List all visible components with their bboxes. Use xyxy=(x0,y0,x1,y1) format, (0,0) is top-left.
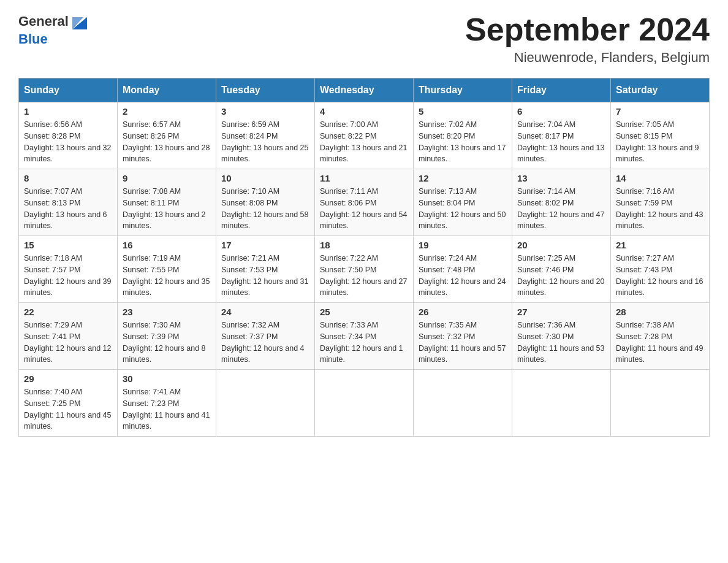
week-row-4: 22 Sunrise: 7:29 AM Sunset: 7:41 PM Dayl… xyxy=(19,303,710,370)
day-number: 4 xyxy=(320,106,408,117)
page-header: General Blue September 2024 Nieuwenrode,… xyxy=(18,12,710,66)
day-number: 19 xyxy=(419,240,507,250)
day-info: Sunrise: 7:24 AM Sunset: 7:48 PM Dayligh… xyxy=(419,253,507,299)
day-info: Sunrise: 7:40 AM Sunset: 7:25 PM Dayligh… xyxy=(24,386,112,432)
day-cell-13: 13 Sunrise: 7:14 AM Sunset: 8:02 PM Dayl… xyxy=(512,169,611,236)
day-number: 23 xyxy=(123,307,211,317)
day-info: Sunrise: 7:02 AM Sunset: 8:20 PM Dayligh… xyxy=(419,119,507,165)
day-number: 12 xyxy=(419,173,507,183)
day-info: Sunrise: 7:36 AM Sunset: 7:30 PM Dayligh… xyxy=(517,320,605,366)
empty-cell xyxy=(512,370,611,437)
day-info: Sunrise: 7:14 AM Sunset: 8:02 PM Dayligh… xyxy=(517,186,605,232)
weekday-header-sunday: Sunday xyxy=(19,79,118,102)
calendar-table: SundayMondayTuesdayWednesdayThursdayFrid… xyxy=(18,78,710,437)
day-number: 25 xyxy=(320,307,408,317)
day-number: 9 xyxy=(123,173,211,183)
logo-blue-text: Blue xyxy=(18,31,48,47)
day-number: 5 xyxy=(419,106,507,117)
day-info: Sunrise: 7:21 AM Sunset: 7:53 PM Dayligh… xyxy=(221,253,309,299)
day-info: Sunrise: 7:32 AM Sunset: 7:37 PM Dayligh… xyxy=(221,320,309,366)
day-cell-11: 11 Sunrise: 7:11 AM Sunset: 8:06 PM Dayl… xyxy=(315,169,414,236)
day-cell-29: 29 Sunrise: 7:40 AM Sunset: 7:25 PM Dayl… xyxy=(19,370,118,437)
day-number: 18 xyxy=(320,240,408,250)
day-cell-14: 14 Sunrise: 7:16 AM Sunset: 7:59 PM Dayl… xyxy=(611,169,710,236)
day-info: Sunrise: 7:25 AM Sunset: 7:46 PM Dayligh… xyxy=(517,253,605,299)
day-number: 11 xyxy=(320,173,408,183)
day-info: Sunrise: 7:19 AM Sunset: 7:55 PM Dayligh… xyxy=(123,253,211,299)
day-info: Sunrise: 7:18 AM Sunset: 7:57 PM Dayligh… xyxy=(24,253,112,299)
weekday-header-row: SundayMondayTuesdayWednesdayThursdayFrid… xyxy=(19,79,710,102)
weekday-header-monday: Monday xyxy=(118,79,216,102)
day-number: 14 xyxy=(616,173,704,183)
day-number: 15 xyxy=(24,240,112,250)
day-info: Sunrise: 7:35 AM Sunset: 7:32 PM Dayligh… xyxy=(419,320,507,366)
day-number: 7 xyxy=(616,106,704,117)
logo-text: General Blue xyxy=(18,12,89,47)
day-cell-18: 18 Sunrise: 7:22 AM Sunset: 7:50 PM Dayl… xyxy=(315,236,414,303)
day-cell-9: 9 Sunrise: 7:08 AM Sunset: 8:11 PM Dayli… xyxy=(118,169,216,236)
day-cell-26: 26 Sunrise: 7:35 AM Sunset: 7:32 PM Dayl… xyxy=(414,303,512,370)
weekday-header-wednesday: Wednesday xyxy=(315,79,414,102)
weekday-header-thursday: Thursday xyxy=(414,79,512,102)
day-info: Sunrise: 7:11 AM Sunset: 8:06 PM Dayligh… xyxy=(320,186,408,232)
day-cell-2: 2 Sunrise: 6:57 AM Sunset: 8:26 PM Dayli… xyxy=(118,102,216,169)
day-cell-6: 6 Sunrise: 7:04 AM Sunset: 8:17 PM Dayli… xyxy=(512,102,611,169)
day-number: 22 xyxy=(24,307,112,317)
day-info: Sunrise: 7:08 AM Sunset: 8:11 PM Dayligh… xyxy=(123,186,211,232)
day-cell-24: 24 Sunrise: 7:32 AM Sunset: 7:37 PM Dayl… xyxy=(216,303,315,370)
empty-cell xyxy=(315,370,414,437)
day-cell-1: 1 Sunrise: 6:56 AM Sunset: 8:28 PM Dayli… xyxy=(19,102,118,169)
day-number: 2 xyxy=(123,106,211,117)
title-area: September 2024 Nieuwenrode, Flanders, Be… xyxy=(465,12,710,66)
day-info: Sunrise: 7:04 AM Sunset: 8:17 PM Dayligh… xyxy=(517,119,605,165)
day-number: 30 xyxy=(123,373,211,384)
day-cell-23: 23 Sunrise: 7:30 AM Sunset: 7:39 PM Dayl… xyxy=(118,303,216,370)
empty-cell xyxy=(414,370,512,437)
weekday-header-tuesday: Tuesday xyxy=(216,79,315,102)
location-subtitle: Nieuwenrode, Flanders, Belgium xyxy=(465,50,710,66)
day-number: 10 xyxy=(221,173,309,183)
empty-cell xyxy=(611,370,710,437)
day-cell-15: 15 Sunrise: 7:18 AM Sunset: 7:57 PM Dayl… xyxy=(19,236,118,303)
day-info: Sunrise: 7:27 AM Sunset: 7:43 PM Dayligh… xyxy=(616,253,704,299)
day-info: Sunrise: 7:38 AM Sunset: 7:28 PM Dayligh… xyxy=(616,320,704,366)
week-row-1: 1 Sunrise: 6:56 AM Sunset: 8:28 PM Dayli… xyxy=(19,102,710,169)
day-cell-5: 5 Sunrise: 7:02 AM Sunset: 8:20 PM Dayli… xyxy=(414,102,512,169)
day-cell-27: 27 Sunrise: 7:36 AM Sunset: 7:30 PM Dayl… xyxy=(512,303,611,370)
day-info: Sunrise: 7:10 AM Sunset: 8:08 PM Dayligh… xyxy=(221,186,309,232)
day-info: Sunrise: 7:00 AM Sunset: 8:22 PM Dayligh… xyxy=(320,119,408,165)
day-cell-7: 7 Sunrise: 7:05 AM Sunset: 8:15 PM Dayli… xyxy=(611,102,710,169)
day-number: 8 xyxy=(24,173,112,183)
day-info: Sunrise: 7:29 AM Sunset: 7:41 PM Dayligh… xyxy=(24,320,112,366)
day-number: 6 xyxy=(517,106,605,117)
day-number: 16 xyxy=(123,240,211,250)
day-cell-3: 3 Sunrise: 6:59 AM Sunset: 8:24 PM Dayli… xyxy=(216,102,315,169)
week-row-2: 8 Sunrise: 7:07 AM Sunset: 8:13 PM Dayli… xyxy=(19,169,710,236)
day-number: 17 xyxy=(221,240,309,250)
day-info: Sunrise: 7:13 AM Sunset: 8:04 PM Dayligh… xyxy=(419,186,507,232)
day-number: 1 xyxy=(24,106,112,117)
day-cell-25: 25 Sunrise: 7:33 AM Sunset: 7:34 PM Dayl… xyxy=(315,303,414,370)
day-cell-28: 28 Sunrise: 7:38 AM Sunset: 7:28 PM Dayl… xyxy=(611,303,710,370)
day-number: 24 xyxy=(221,307,309,317)
day-cell-4: 4 Sunrise: 7:00 AM Sunset: 8:22 PM Dayli… xyxy=(315,102,414,169)
day-cell-17: 17 Sunrise: 7:21 AM Sunset: 7:53 PM Dayl… xyxy=(216,236,315,303)
logo: General Blue xyxy=(18,12,89,47)
day-cell-12: 12 Sunrise: 7:13 AM Sunset: 8:04 PM Dayl… xyxy=(414,169,512,236)
day-cell-20: 20 Sunrise: 7:25 AM Sunset: 7:46 PM Dayl… xyxy=(512,236,611,303)
day-number: 28 xyxy=(616,307,704,317)
day-cell-22: 22 Sunrise: 7:29 AM Sunset: 7:41 PM Dayl… xyxy=(19,303,118,370)
week-row-3: 15 Sunrise: 7:18 AM Sunset: 7:57 PM Dayl… xyxy=(19,236,710,303)
day-info: Sunrise: 6:57 AM Sunset: 8:26 PM Dayligh… xyxy=(123,119,211,165)
day-info: Sunrise: 6:59 AM Sunset: 8:24 PM Dayligh… xyxy=(221,119,309,165)
day-cell-8: 8 Sunrise: 7:07 AM Sunset: 8:13 PM Dayli… xyxy=(19,169,118,236)
day-cell-30: 30 Sunrise: 7:41 AM Sunset: 7:23 PM Dayl… xyxy=(118,370,216,437)
day-info: Sunrise: 7:16 AM Sunset: 7:59 PM Dayligh… xyxy=(616,186,704,232)
day-number: 26 xyxy=(419,307,507,317)
logo-icon xyxy=(70,12,89,32)
week-row-5: 29 Sunrise: 7:40 AM Sunset: 7:25 PM Dayl… xyxy=(19,370,710,437)
day-cell-21: 21 Sunrise: 7:27 AM Sunset: 7:43 PM Dayl… xyxy=(611,236,710,303)
day-info: Sunrise: 7:41 AM Sunset: 7:23 PM Dayligh… xyxy=(123,386,211,432)
day-cell-10: 10 Sunrise: 7:10 AM Sunset: 8:08 PM Dayl… xyxy=(216,169,315,236)
day-info: Sunrise: 7:33 AM Sunset: 7:34 PM Dayligh… xyxy=(320,320,408,366)
